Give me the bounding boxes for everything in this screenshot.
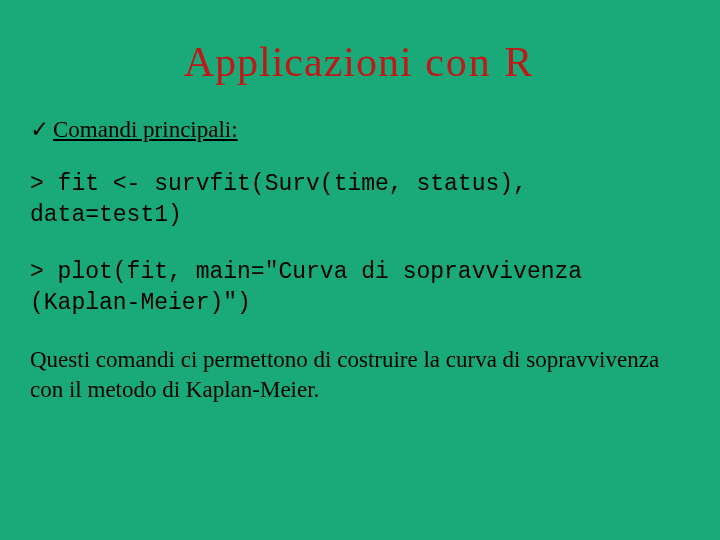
- heading-text: Comandi principali:: [53, 117, 238, 142]
- title-word-3: R: [504, 39, 536, 85]
- checkmark-icon: ✓: [30, 116, 49, 143]
- section-heading: ✓Comandi principali:: [30, 116, 690, 143]
- title-word-2: con: [425, 39, 492, 85]
- code-block-1: > fit <- survfit(Surv(time, status), dat…: [30, 169, 690, 231]
- slide-title: Applicazioni con R: [0, 0, 720, 86]
- content-area: ✓Comandi principali: > fit <- survfit(Su…: [0, 86, 720, 405]
- title-word-1: Applicazioni: [184, 39, 413, 85]
- description-text: Questi comandi ci permettono di costruir…: [30, 345, 690, 405]
- code-block-2: > plot(fit, main="Curva di sopravvivenza…: [30, 257, 690, 319]
